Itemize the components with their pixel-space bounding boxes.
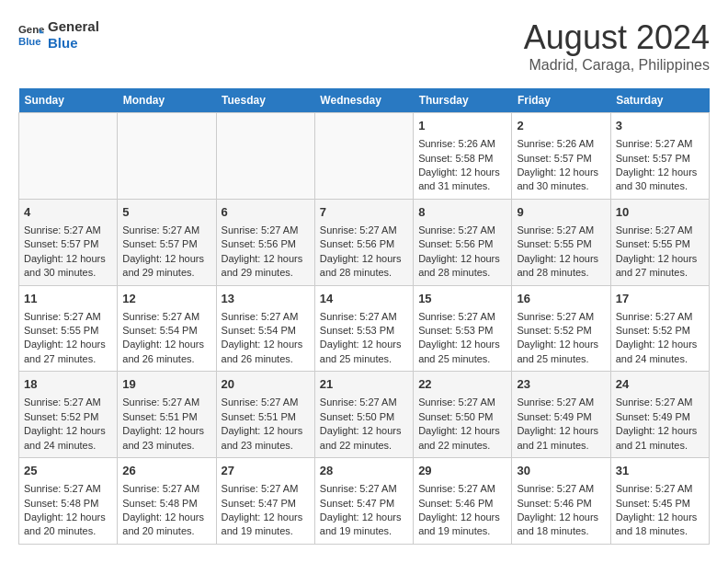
calendar-day: 31Sunrise: 5:27 AMSunset: 5:45 PMDayligh…	[610, 458, 709, 545]
day-info: Sunset: 5:57 PM	[122, 237, 210, 251]
day-info: Sunrise: 5:27 AM	[122, 482, 210, 496]
day-info: Daylight: 12 hours	[222, 252, 310, 266]
day-info: Sunrise: 5:27 AM	[517, 224, 605, 237]
calendar-day: 7Sunrise: 5:27 AMSunset: 5:56 PMDaylight…	[314, 199, 413, 285]
calendar-day: 5Sunrise: 5:27 AMSunset: 5:57 PMDaylight…	[118, 199, 216, 285]
day-number: 26	[122, 463, 210, 479]
day-number: 3	[616, 118, 704, 134]
weekday-header: Wednesday	[314, 88, 413, 113]
day-info: Sunrise: 5:27 AM	[320, 482, 408, 496]
day-info: Daylight: 12 hours	[517, 511, 605, 524]
day-info: and 19 minutes.	[418, 524, 506, 538]
location: Madrid, Caraga, Philippines	[524, 57, 710, 74]
day-number: 17	[616, 291, 704, 307]
calendar-day: 30Sunrise: 5:27 AMSunset: 5:46 PMDayligh…	[512, 458, 610, 545]
day-info: and 29 minutes.	[222, 266, 310, 280]
day-info: Sunrise: 5:27 AM	[24, 310, 112, 324]
day-info: Sunset: 5:47 PM	[320, 497, 408, 511]
day-number: 18	[24, 376, 112, 393]
day-info: Daylight: 12 hours	[616, 166, 704, 179]
day-info: Daylight: 12 hours	[24, 424, 112, 438]
calendar-day: 24Sunrise: 5:27 AMSunset: 5:49 PMDayligh…	[610, 372, 709, 458]
day-info: Daylight: 12 hours	[24, 252, 112, 266]
day-info: and 19 minutes.	[320, 524, 408, 538]
day-info: Sunset: 5:48 PM	[122, 497, 210, 511]
calendar-week-row: 25Sunrise: 5:27 AMSunset: 5:48 PMDayligh…	[19, 458, 710, 545]
day-info: Sunset: 5:56 PM	[418, 237, 506, 251]
day-info: Sunset: 5:50 PM	[320, 410, 408, 424]
day-info: Daylight: 12 hours	[616, 511, 704, 524]
day-number: 25	[24, 463, 112, 479]
day-info: Sunrise: 5:27 AM	[222, 310, 310, 324]
calendar-day: 16Sunrise: 5:27 AMSunset: 5:52 PMDayligh…	[512, 285, 610, 372]
calendar-day: 23Sunrise: 5:27 AMSunset: 5:49 PMDayligh…	[512, 372, 610, 458]
day-info: Sunrise: 5:27 AM	[616, 310, 704, 324]
calendar-day: 4Sunrise: 5:27 AMSunset: 5:57 PMDaylight…	[19, 199, 118, 285]
day-info: Sunrise: 5:27 AM	[320, 310, 408, 324]
day-info: Sunrise: 5:26 AM	[418, 137, 506, 151]
calendar-day: 3Sunrise: 5:27 AMSunset: 5:57 PMDaylight…	[610, 113, 709, 200]
day-info: Sunrise: 5:27 AM	[222, 396, 310, 409]
calendar-week-row: 18Sunrise: 5:27 AMSunset: 5:52 PMDayligh…	[19, 372, 710, 458]
calendar-day: 12Sunrise: 5:27 AMSunset: 5:54 PMDayligh…	[118, 285, 216, 372]
logo: General Blue General Blue	[18, 18, 99, 52]
day-number: 27	[222, 463, 310, 479]
day-info: Daylight: 12 hours	[418, 338, 506, 351]
day-info: Daylight: 12 hours	[616, 338, 704, 351]
page-header: General Blue General Blue August 2024 Ma…	[18, 18, 710, 74]
calendar-week-row: 1Sunrise: 5:26 AMSunset: 5:58 PMDaylight…	[19, 113, 710, 200]
day-info: and 22 minutes.	[418, 439, 506, 453]
day-info: and 31 minutes.	[418, 179, 506, 193]
calendar-day: 2Sunrise: 5:26 AMSunset: 5:57 PMDaylight…	[512, 113, 610, 200]
day-info: and 30 minutes.	[517, 179, 605, 193]
svg-text:Blue: Blue	[18, 36, 41, 47]
day-info: Sunrise: 5:27 AM	[320, 396, 408, 409]
day-info: Daylight: 12 hours	[222, 424, 310, 438]
day-number: 2	[517, 118, 605, 134]
day-info: and 30 minutes.	[616, 179, 704, 193]
calendar-day: 25Sunrise: 5:27 AMSunset: 5:48 PMDayligh…	[19, 458, 118, 545]
day-info: Sunrise: 5:27 AM	[418, 482, 506, 496]
weekday-header-row: SundayMondayTuesdayWednesdayThursdayFrid…	[19, 88, 710, 113]
calendar-day: 14Sunrise: 5:27 AMSunset: 5:53 PMDayligh…	[314, 285, 413, 372]
calendar-week-row: 11Sunrise: 5:27 AMSunset: 5:55 PMDayligh…	[19, 285, 710, 372]
day-info: Sunrise: 5:27 AM	[418, 396, 506, 409]
calendar-day: 9Sunrise: 5:27 AMSunset: 5:55 PMDaylight…	[512, 199, 610, 285]
day-info: Sunset: 5:58 PM	[418, 152, 506, 166]
calendar-day: 26Sunrise: 5:27 AMSunset: 5:48 PMDayligh…	[118, 458, 216, 545]
day-info: Sunset: 5:51 PM	[122, 410, 210, 424]
day-info: Sunset: 5:52 PM	[517, 324, 605, 338]
day-info: Sunset: 5:49 PM	[517, 410, 605, 424]
day-number: 16	[517, 291, 605, 307]
weekday-header: Thursday	[414, 88, 512, 113]
day-info: Sunset: 5:51 PM	[222, 410, 310, 424]
day-info: Sunset: 5:49 PM	[616, 410, 704, 424]
day-info: and 26 minutes.	[222, 352, 310, 366]
day-info: and 30 minutes.	[24, 266, 112, 280]
day-info: Sunset: 5:54 PM	[122, 324, 210, 338]
day-info: Sunset: 5:57 PM	[517, 152, 605, 166]
day-number: 29	[418, 463, 506, 479]
day-info: and 21 minutes.	[616, 439, 704, 453]
calendar-day: 1Sunrise: 5:26 AMSunset: 5:58 PMDaylight…	[414, 113, 512, 200]
calendar-day	[19, 113, 118, 200]
day-number: 24	[616, 376, 704, 393]
weekday-header: Tuesday	[216, 88, 314, 113]
day-info: and 25 minutes.	[418, 352, 506, 366]
calendar-table: SundayMondayTuesdayWednesdayThursdayFrid…	[18, 88, 710, 545]
day-info: Daylight: 12 hours	[616, 252, 704, 266]
calendar-day	[118, 113, 216, 200]
day-info: Sunrise: 5:27 AM	[24, 224, 112, 237]
day-info: and 29 minutes.	[122, 266, 210, 280]
logo-line1: General	[48, 18, 99, 35]
day-number: 31	[616, 463, 704, 479]
day-number: 10	[616, 204, 704, 221]
day-number: 21	[320, 376, 408, 393]
day-info: Daylight: 12 hours	[517, 166, 605, 179]
day-info: and 25 minutes.	[517, 352, 605, 366]
calendar-day: 17Sunrise: 5:27 AMSunset: 5:52 PMDayligh…	[610, 285, 709, 372]
day-number: 6	[222, 204, 310, 221]
day-number: 8	[418, 204, 506, 221]
day-info: Daylight: 12 hours	[418, 166, 506, 179]
day-info: Sunrise: 5:27 AM	[320, 224, 408, 237]
